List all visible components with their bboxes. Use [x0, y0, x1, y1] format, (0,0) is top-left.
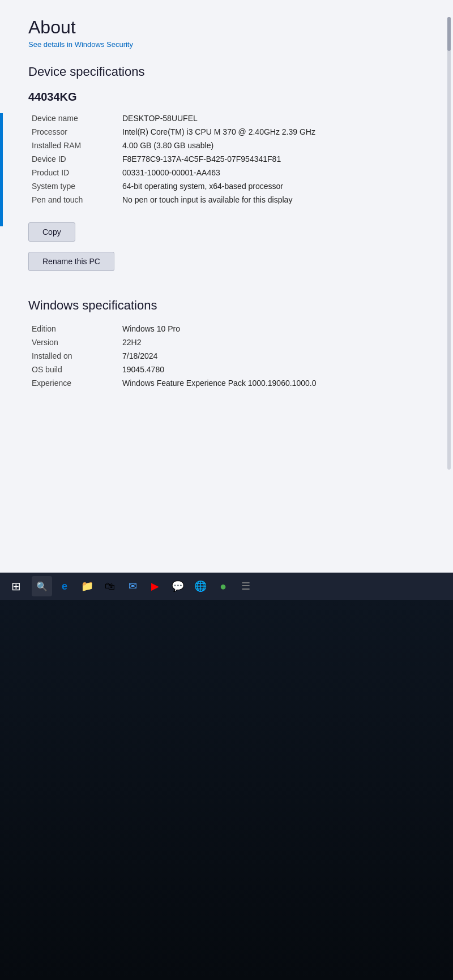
- scrollbar-thumb[interactable]: [447, 17, 451, 51]
- circle-green-icon[interactable]: ●: [213, 576, 233, 596]
- windows-spec-row: OS build19045.4780: [28, 363, 425, 376]
- device-spec-row: Pen and touchNo pen or touch input is av…: [28, 193, 425, 207]
- windows-spec-row: ExperienceWindows Feature Experience Pac…: [28, 376, 425, 390]
- edge-icon[interactable]: e: [54, 576, 75, 596]
- windows-specs-title: Windows specifications: [28, 298, 425, 313]
- spec-label: Product ID: [28, 166, 119, 179]
- win-spec-value: 19045.4780: [119, 363, 425, 376]
- spec-label: System type: [28, 179, 119, 193]
- win-spec-label: Version: [28, 336, 119, 349]
- mail-icon[interactable]: ✉: [122, 576, 143, 596]
- windows-spec-row: Version22H2: [28, 336, 425, 349]
- win-spec-label: OS build: [28, 363, 119, 376]
- spec-value: DESKTOP-58UUFEL: [119, 111, 425, 125]
- search-taskbar-icon[interactable]: 🔍: [32, 576, 52, 596]
- copy-button[interactable]: Copy: [28, 222, 75, 242]
- computer-name: 44034KG: [28, 91, 425, 104]
- win-spec-value: Windows 10 Pro: [119, 322, 425, 336]
- device-spec-row: Device nameDESKTOP-58UUFEL: [28, 111, 425, 125]
- device-specs-title: Device specifications: [28, 65, 425, 79]
- spec-label: Processor: [28, 125, 119, 139]
- subtitle-link[interactable]: See details in Windows Security: [28, 40, 425, 49]
- device-spec-row: Product ID00331-10000-00001-AA463: [28, 166, 425, 179]
- start-button[interactable]: ⊞: [5, 576, 27, 596]
- win-spec-value: 7/18/2024: [119, 349, 425, 363]
- globe-icon[interactable]: 🌐: [190, 576, 211, 596]
- spec-label: Device name: [28, 111, 119, 125]
- device-spec-row: ProcessorIntel(R) Core(TM) i3 CPU M 370 …: [28, 125, 425, 139]
- files-icon[interactable]: 📁: [77, 576, 97, 596]
- spec-value: Intel(R) Core(TM) i3 CPU M 370 @ 2.40GHz…: [119, 125, 425, 139]
- spec-value: F8E778C9-137A-4C5F-B425-07F954341F81: [119, 152, 425, 166]
- overflow-icon[interactable]: ☰: [236, 576, 256, 596]
- win-spec-label: Edition: [28, 322, 119, 336]
- spec-value: 00331-10000-00001-AA463: [119, 166, 425, 179]
- spec-value: No pen or touch input is available for t…: [119, 193, 425, 207]
- page-title: About: [28, 17, 425, 38]
- windows-spec-row: Installed on7/18/2024: [28, 349, 425, 363]
- win-spec-value: 22H2: [119, 336, 425, 349]
- youtube-icon[interactable]: ▶: [145, 576, 165, 596]
- win-spec-label: Experience: [28, 376, 119, 390]
- device-spec-row: Device IDF8E778C9-137A-4C5F-B425-07F9543…: [28, 152, 425, 166]
- windows-spec-table: EditionWindows 10 ProVersion22H2Installe…: [28, 322, 425, 390]
- spec-label: Device ID: [28, 152, 119, 166]
- taskbar: ⊞ 🔍 e 📁 🛍 ✉ ▶ 💬 🌐: [0, 573, 453, 600]
- spec-label: Pen and touch: [28, 193, 119, 207]
- spec-label: Installed RAM: [28, 139, 119, 152]
- device-spec-row: Installed RAM4.00 GB (3.80 GB usable): [28, 139, 425, 152]
- device-spec-row: System type64-bit operating system, x64-…: [28, 179, 425, 193]
- device-spec-table: Device nameDESKTOP-58UUFELProcessorIntel…: [28, 111, 425, 207]
- spec-value: 4.00 GB (3.80 GB usable): [119, 139, 425, 152]
- win-spec-value: Windows Feature Experience Pack 1000.190…: [119, 376, 425, 390]
- win-spec-label: Installed on: [28, 349, 119, 363]
- store-icon[interactable]: 🛍: [100, 576, 120, 596]
- teams-icon[interactable]: 💬: [168, 576, 188, 596]
- scrollbar-track[interactable]: [447, 17, 451, 470]
- rename-pc-button[interactable]: Rename this PC: [28, 252, 114, 271]
- spec-value: 64-bit operating system, x64-based proce…: [119, 179, 425, 193]
- windows-spec-row: EditionWindows 10 Pro: [28, 322, 425, 336]
